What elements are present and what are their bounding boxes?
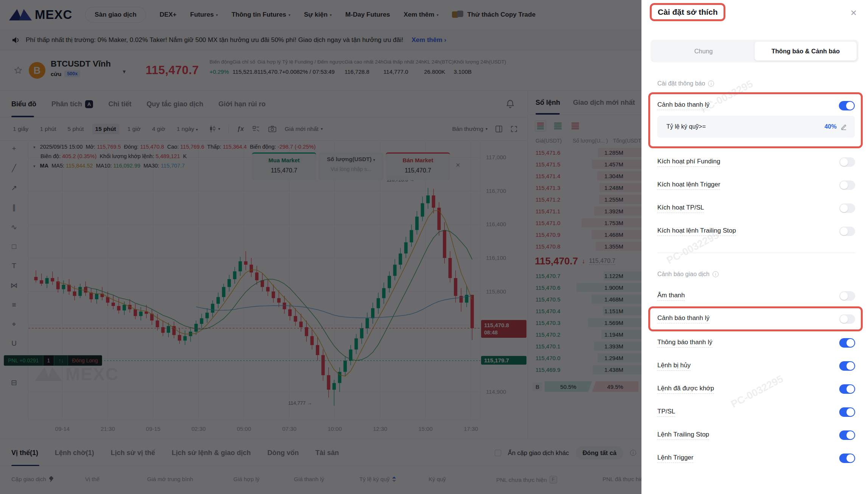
setting-row: Kích hoạt phí Funding [657,151,855,174]
panel-tab[interactable]: Chung [652,42,755,61]
setting-row: Cảnh báo thanh lý [657,314,855,324]
setting-label: TP/SL [657,408,675,417]
toggle[interactable] [839,454,855,463]
toggle[interactable] [839,361,855,371]
divider [657,253,855,253]
setting-row: Lệnh Trailing Stop [657,424,855,447]
setting-row: Lệnh Trigger [657,447,855,470]
toggle[interactable] [839,384,855,394]
annotation-box: Cảnh báo thanh lý Tỷ lệ ký quỹ>= 40% [648,92,863,148]
toggle[interactable] [839,227,855,236]
edit-pencil-icon[interactable] [840,123,847,130]
setting-label: Kích hoạt lệnh Trailing Stop [657,227,736,236]
margin-ratio-row: Tỷ lệ ký quỹ>= 40% [657,116,855,138]
toggle[interactable] [839,338,855,348]
app-root: MEXC Sàn giao dịch DEX+ Futures [0,0,868,494]
sound-toggle[interactable] [839,291,855,301]
annotation-box: Cài đặt sở thích [650,3,725,21]
setting-row: Thông báo thanh lý [657,331,855,354]
setting-label: Lệnh bị hủy [657,362,691,371]
setting-row: TP/SL [657,401,855,424]
setting-row: Lệnh đã được khớp [657,377,855,401]
setting-label: Kích hoạt TP/SL [657,204,704,213]
preferences-panel: PC-0032295 PC-0032295 PC-0032295 Cài đặt… [641,0,868,494]
setting-label: Kích hoạt phí Funding [657,158,720,167]
close-icon[interactable]: × [851,8,857,18]
section-header: Cảnh báo giao dịchi [657,271,719,278]
setting-row: Lệnh bị hủy [657,354,855,377]
setting-label: Thông báo thanh lý [657,339,713,348]
info-icon[interactable]: i [708,81,714,87]
toggle[interactable] [839,407,855,417]
setting-label: Lệnh đã được khớp [657,385,714,394]
setting-label: Âm thanh [657,292,685,301]
setting-label: Lệnh Trigger [657,454,693,463]
panel-title: Cài đặt sở thích [658,8,717,17]
setting-row: Kích hoạt lệnh Trailing Stop [657,220,855,243]
panel-tab[interactable]: Thông báo & Cảnh báo [755,42,857,61]
setting-row: Cảnh báo thanh lý [657,98,855,113]
margin-ratio-value: 40% [825,123,837,130]
setting-row: Kích hoạt TP/SL [657,197,855,220]
liquidation-alert-toggle[interactable] [839,101,855,110]
setting-label: Lệnh Trailing Stop [657,431,709,440]
liquidation-warning-toggle[interactable] [839,314,855,324]
section-header: Cài đặt thông báoi [657,80,714,87]
toggle[interactable] [839,204,855,213]
setting-label: Cảnh báo thanh lý [657,101,710,110]
toggle[interactable] [839,180,855,190]
annotation-box: Cảnh báo thanh lý [648,306,863,331]
toggle[interactable] [839,157,855,167]
panel-tabs: Chung Thông báo & Cảnh báo [651,40,859,62]
setting-row: Kích hoạt lệnh Trigger [657,174,855,197]
setting-row: Âm thanh [657,284,855,308]
toggle[interactable] [839,430,855,440]
setting-label: Cảnh báo thanh lý [657,314,710,323]
info-icon[interactable]: i [713,271,719,277]
setting-label: Kích hoạt lệnh Trigger [657,181,720,190]
